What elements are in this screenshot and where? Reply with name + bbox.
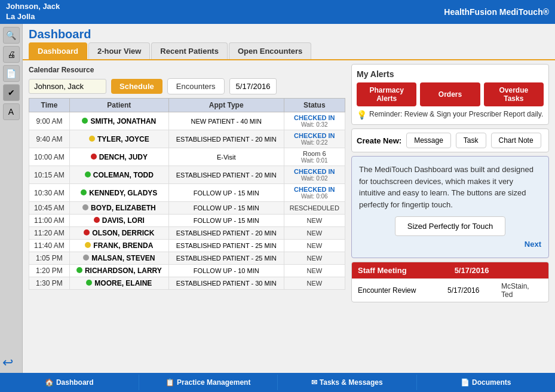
col-appt: Appt Type bbox=[168, 99, 284, 112]
status-dot bbox=[91, 154, 97, 160]
page-title: Dashboard bbox=[23, 24, 555, 42]
status-cell: NEW bbox=[284, 227, 345, 240]
calendar-resource-row: Schedule Encounters 5/17/2016 bbox=[29, 78, 345, 94]
patient-cell: MALSAN, STEVEN bbox=[69, 252, 168, 265]
wait-label: Wait: 0:02 bbox=[288, 175, 341, 182]
pharmacy-alerts-button[interactable]: Pharmacy Alerts bbox=[357, 82, 416, 106]
new-label: NEW bbox=[288, 229, 341, 237]
overdue-tasks-button[interactable]: Overdue Tasks bbox=[484, 82, 544, 106]
status-dot bbox=[76, 267, 82, 273]
nav-tasks-messages[interactable]: ✉ Tasks & Messages bbox=[278, 375, 417, 390]
schedule-button[interactable]: Schedule bbox=[111, 79, 162, 94]
time-cell: 9:40 AM bbox=[29, 130, 70, 148]
search-icon[interactable]: 🔍 bbox=[3, 27, 20, 44]
create-new-label: Create New: bbox=[357, 136, 401, 145]
patient-cell: FRANK, BRENDA bbox=[69, 240, 168, 252]
patient-cell: RICHARDSON, LARRY bbox=[69, 265, 168, 277]
status-cell: NEW bbox=[284, 240, 345, 252]
appt-cell: ESTABLISHED PATIENT - 30 MIN bbox=[168, 277, 284, 290]
appt-cell: FOLLOW UP - 15 MIN bbox=[168, 184, 284, 202]
rescheduled-label: RESCHEDULED bbox=[288, 204, 341, 212]
wait-label: Wait: 0:01 bbox=[288, 157, 341, 164]
table-row[interactable]: 11:20 AMOLSON, DERRICKESTABLISHED PATIEN… bbox=[29, 227, 345, 240]
orders-button[interactable]: Orders bbox=[420, 82, 480, 106]
text-icon[interactable]: A bbox=[3, 103, 20, 120]
message-button[interactable]: Message bbox=[406, 133, 451, 148]
status-cell: Room 6Wait: 0:01 bbox=[284, 148, 345, 166]
tab-2hour[interactable]: 2-hour View bbox=[88, 42, 150, 59]
reminder-text: Reminder: Review & Sign your Prescriber … bbox=[369, 110, 543, 118]
status-dot bbox=[81, 189, 87, 195]
table-row[interactable]: 1:05 PMMALSAN, STEVENESTABLISHED PATIENT… bbox=[29, 252, 345, 265]
encounter-review-row[interactable]: Encounter Review 5/17/2016 McStain, Ted bbox=[352, 278, 548, 302]
table-row[interactable]: 10:45 AMBOYD, ELIZABETHFOLLOW UP - 15 MI… bbox=[29, 202, 345, 215]
new-label: NEW bbox=[288, 242, 341, 249]
nav-docs-label: Documents bbox=[472, 378, 511, 387]
nav-documents[interactable]: 📄 Documents bbox=[417, 375, 556, 390]
create-new-section: Create New: Message Task Chart Note bbox=[351, 128, 549, 152]
checked-in-label: CHECKED IN bbox=[288, 132, 341, 139]
status-dot bbox=[86, 280, 92, 286]
status-cell: NEW bbox=[284, 265, 345, 277]
checked-in-label: CHECKED IN bbox=[288, 114, 341, 121]
document-icon[interactable]: 📄 bbox=[3, 65, 20, 82]
tooltip-popup: The MediTouch Dashboard was built and de… bbox=[351, 156, 549, 258]
next-button[interactable]: Next bbox=[359, 238, 541, 250]
new-label: NEW bbox=[288, 280, 341, 287]
appt-cell: ESTABLISHED PATIENT - 25 MIN bbox=[168, 240, 284, 252]
status-cell: CHECKED INWait: 0:32 bbox=[284, 112, 345, 130]
nav-dashboard-label: Dashboard bbox=[56, 378, 94, 387]
chart-note-button[interactable]: Chart Note bbox=[491, 133, 541, 148]
time-cell: 1:20 PM bbox=[29, 265, 70, 277]
checkmark-icon[interactable]: ✔ bbox=[3, 84, 20, 101]
status-cell: NEW bbox=[284, 252, 345, 265]
tooltip-text: The MediTouch Dashboard was built and de… bbox=[359, 164, 541, 210]
status-dot bbox=[85, 242, 91, 248]
user-name: Johnson, Jack bbox=[6, 2, 60, 12]
nav-tasks-icon: ✉ bbox=[311, 378, 317, 387]
alerts-section: My Alerts Pharmacy Alerts Orders Overdue… bbox=[351, 64, 549, 125]
meeting-header-row[interactable]: Staff Meeting 5/17/2016 bbox=[352, 262, 548, 278]
status-cell: CHECKED INWait: 0:22 bbox=[284, 130, 345, 148]
table-row[interactable]: 11:00 AMDAVIS, LORIFOLLOW UP - 15 MINNEW bbox=[29, 215, 345, 227]
tab-dashboard[interactable]: Dashboard bbox=[29, 42, 87, 59]
time-cell: 1:30 PM bbox=[29, 277, 70, 290]
table-row[interactable]: 9:40 AMTYLER, JOYCEESTABLISHED PATIENT -… bbox=[29, 130, 345, 148]
calendar-resource-label: Calendar Resource bbox=[29, 66, 94, 74]
task-button[interactable]: Task bbox=[456, 133, 486, 148]
table-row[interactable]: 1:30 PMMOORE, ELAINEESTABLISHED PATIENT … bbox=[29, 277, 345, 290]
nav-practice-icon: 📋 bbox=[165, 378, 174, 387]
undo-button[interactable]: ↩ bbox=[2, 355, 13, 370]
time-cell: 10:30 AM bbox=[29, 184, 70, 202]
patient-cell: COLEMAN, TODD bbox=[69, 166, 168, 184]
status-dot bbox=[83, 255, 89, 261]
alerts-buttons: Pharmacy Alerts Orders Overdue Tasks bbox=[357, 82, 544, 106]
status-cell: CHECKED INWait: 0:06 bbox=[284, 184, 345, 202]
appt-cell: ESTABLISHED PATIENT - 25 MIN bbox=[168, 252, 284, 265]
alerts-title: My Alerts bbox=[357, 69, 544, 79]
table-row[interactable]: 10:30 AMKENNEDY, GLADYSFOLLOW UP - 15 MI… bbox=[29, 184, 345, 202]
table-row[interactable]: 9:00 AMSMITH, JONATHANNEW PATIENT - 40 M… bbox=[29, 112, 345, 130]
encounter-review-label: Encounter Review bbox=[358, 286, 436, 295]
table-row[interactable]: 10:15 AMCOLEMAN, TODDESTABLISHED PATIENT… bbox=[29, 166, 345, 184]
table-row[interactable]: 10:00 AMDENCH, JUDYE-VisitRoom 6Wait: 0:… bbox=[29, 148, 345, 166]
nav-dashboard[interactable]: 🏠 Dashboard bbox=[0, 375, 139, 390]
patient-cell: DAVIS, LORI bbox=[69, 215, 168, 227]
table-row[interactable]: 1:20 PMRICHARDSON, LARRYFOLLOW UP - 10 M… bbox=[29, 265, 345, 277]
tab-recent-patients[interactable]: Recent Patients bbox=[151, 42, 228, 59]
status-dot bbox=[85, 172, 91, 177]
appt-cell: FOLLOW UP - 15 MIN bbox=[168, 202, 284, 215]
schedule-scroll: Time Patient Appt Type Status 9:00 AMSMI… bbox=[29, 98, 345, 290]
encounters-button[interactable]: Encounters bbox=[167, 78, 225, 94]
patient-cell: SMITH, JONATHAN bbox=[69, 112, 168, 130]
table-row[interactable]: 11:40 AMFRANK, BRENDAESTABLISHED PATIENT… bbox=[29, 240, 345, 252]
wait-label: Wait: 0:32 bbox=[288, 121, 341, 128]
touch-button[interactable]: Sized Perfectly for Touch bbox=[395, 216, 506, 236]
tab-open-encounters[interactable]: Open Encounters bbox=[229, 42, 311, 59]
nav-practice-management[interactable]: 📋 Practice Management bbox=[139, 375, 278, 390]
col-patient: Patient bbox=[69, 99, 168, 112]
main-content: Dashboard Dashboard 2-hour View Recent P… bbox=[23, 24, 555, 373]
print-icon[interactable]: 🖨 bbox=[3, 46, 20, 63]
status-dot bbox=[89, 136, 95, 142]
resource-input[interactable] bbox=[29, 79, 106, 94]
